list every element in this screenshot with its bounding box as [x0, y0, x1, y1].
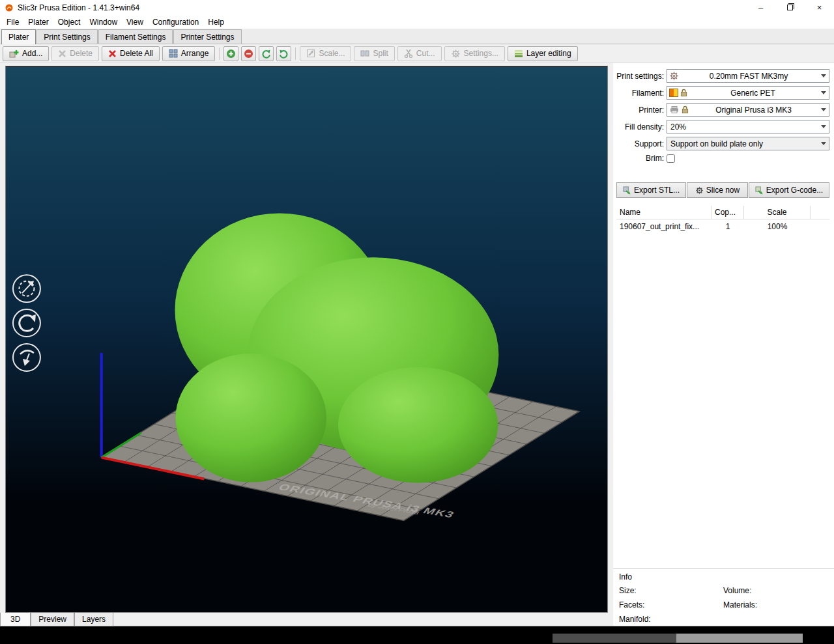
- dropdown-arrow-icon: [818, 87, 829, 99]
- undo-rotate-icon[interactable]: [13, 309, 40, 337]
- arrange-button[interactable]: Arrange: [162, 46, 216, 61]
- layer-editing-button[interactable]: Layer editing: [508, 46, 578, 61]
- brim-checkbox[interactable]: [667, 154, 675, 163]
- delete-all-icon: [108, 49, 117, 58]
- arrange-icon: [169, 49, 178, 58]
- column-copies[interactable]: Cop...: [712, 206, 744, 219]
- menubar: File Plater Object Window View Configura…: [0, 15, 834, 29]
- fill-density-select[interactable]: 20%: [667, 120, 829, 133]
- window-controls: – ×: [746, 0, 834, 15]
- menu-help[interactable]: Help: [203, 16, 229, 29]
- view-tabbar: 3D Preview Layers: [0, 613, 613, 626]
- app-icon: [5, 3, 14, 12]
- tab-preview[interactable]: Preview: [31, 613, 74, 626]
- brim-row: Brim:: [613, 154, 829, 163]
- menu-window[interactable]: Window: [85, 16, 122, 29]
- add-button[interactable]: Add...: [3, 46, 49, 61]
- facets-label: Facets:: [619, 600, 723, 609]
- object-settings-button[interactable]: Settings...: [444, 46, 505, 61]
- tab-printer-settings[interactable]: Printer Settings: [173, 29, 241, 44]
- info-panel: Info Size: Volume: Facets: Materials: Ma…: [613, 568, 834, 626]
- viewport-3d[interactable]: ORIGINAL PRUSA i3 MK3 by Josef Prusa: [5, 66, 608, 613]
- rotate-cw-button[interactable]: [276, 46, 291, 61]
- cut-button[interactable]: Cut...: [397, 46, 442, 61]
- menu-object[interactable]: Object: [53, 16, 85, 29]
- column-spacer: [811, 219, 829, 234]
- print-settings-label: Print settings:: [613, 72, 664, 81]
- slice-now-icon: [695, 186, 704, 195]
- menu-plater[interactable]: Plater: [23, 16, 53, 29]
- bottom-strip: [0, 626, 834, 644]
- toolbar: Add... Delete Delete All Arrange: [0, 44, 834, 63]
- place-on-bed-icon[interactable]: [13, 344, 40, 371]
- dropdown-arrow-icon: [818, 137, 829, 150]
- info-grid: Size: Volume: Facets: Materials: Manifol…: [619, 586, 828, 624]
- taskbar-segment-dark: [553, 634, 676, 643]
- object-scale: 100%: [744, 219, 811, 234]
- view-gizmos: [13, 275, 40, 371]
- filament-swatch: [669, 89, 678, 97]
- filament-label: Filament:: [613, 89, 664, 98]
- rotate-view-icon[interactable]: [13, 275, 40, 302]
- menu-view[interactable]: View: [122, 16, 148, 29]
- column-spacer: [811, 206, 829, 219]
- slice-now-button[interactable]: Slice now: [687, 182, 748, 198]
- print-settings-select[interactable]: 0.20mm FAST MK3my: [667, 69, 829, 83]
- print-settings-row: Print settings: 0.20mm FAST MK3my: [613, 69, 829, 83]
- dropdown-arrow-icon: [818, 120, 829, 133]
- close-button[interactable]: ×: [805, 0, 834, 15]
- scale-button[interactable]: Scale...: [300, 46, 351, 61]
- window-title: Slic3r Prusa Edition - 1.41.3+win64: [18, 3, 139, 12]
- action-buttons: Export STL... Slice now Export G-code...: [616, 182, 829, 198]
- tab-filament-settings[interactable]: Filament Settings: [98, 29, 173, 44]
- printer-icon: [669, 105, 680, 114]
- menu-configuration[interactable]: Configuration: [148, 16, 203, 29]
- table-row[interactable]: 190607_out_print_fix... 1 100%: [616, 219, 829, 234]
- add-icon: [9, 49, 19, 59]
- column-name[interactable]: Name: [616, 206, 712, 219]
- info-spacer: [723, 615, 828, 624]
- export-gcode-button[interactable]: Export G-code...: [749, 182, 829, 198]
- support-value: Support on build plate only: [669, 139, 816, 148]
- main-area: ORIGINAL PRUSA i3 MK3 by Josef Prusa: [0, 63, 834, 626]
- export-gcode-icon: [755, 186, 764, 195]
- filament-select[interactable]: Generic PET: [667, 86, 829, 100]
- support-select[interactable]: Support on build plate only: [667, 137, 829, 150]
- toolbar-separator: [295, 48, 296, 60]
- rotate-ccw-button[interactable]: [259, 46, 274, 61]
- tab-3d[interactable]: 3D: [0, 613, 31, 626]
- settings-icon: [451, 49, 461, 59]
- export-stl-button[interactable]: Export STL...: [616, 182, 686, 198]
- fill-density-value: 20%: [669, 122, 816, 132]
- tab-layers[interactable]: Layers: [74, 613, 113, 626]
- rotate-cw-icon: [279, 49, 289, 59]
- delete-button[interactable]: Delete: [51, 46, 99, 61]
- sidebar: Print settings: 0.20mm FAST MK3my Filame…: [613, 63, 834, 626]
- printer-value: Original Prusa i3 MK3: [691, 105, 816, 115]
- tab-plater[interactable]: Plater: [1, 29, 36, 44]
- fill-density-row: Fill density: 20%: [613, 120, 829, 133]
- lock-icon: [682, 105, 689, 114]
- menu-file[interactable]: File: [2, 16, 23, 29]
- scale-icon: [306, 49, 315, 58]
- decrease-copies-icon: [244, 49, 253, 59]
- decrease-copies-button[interactable]: [241, 46, 256, 61]
- layer-editing-icon: [514, 49, 523, 58]
- volume-label: Volume:: [723, 586, 828, 595]
- tab-print-settings[interactable]: Print Settings: [36, 29, 97, 44]
- delete-all-button[interactable]: Delete All: [102, 46, 160, 61]
- printer-select[interactable]: Original Prusa i3 MK3: [667, 103, 829, 117]
- dropdown-arrow-icon: [818, 70, 829, 82]
- increase-copies-button[interactable]: [223, 46, 238, 61]
- scene-3d[interactable]: ORIGINAL PRUSA i3 MK3 by Josef Prusa: [6, 66, 607, 612]
- minimize-button[interactable]: –: [746, 0, 775, 15]
- maximize-button[interactable]: [775, 0, 805, 15]
- object-copies: 1: [712, 219, 744, 234]
- object-name: 190607_out_print_fix...: [616, 219, 712, 234]
- taskbar-segment-light: [676, 634, 803, 643]
- object-table: Name Cop... Scale 190607_out_print_fix..…: [616, 206, 829, 568]
- split-button[interactable]: Split: [354, 46, 394, 61]
- column-scale[interactable]: Scale: [744, 206, 811, 219]
- filament-row: Filament: Generic PET: [613, 86, 829, 100]
- increase-copies-icon: [226, 49, 236, 59]
